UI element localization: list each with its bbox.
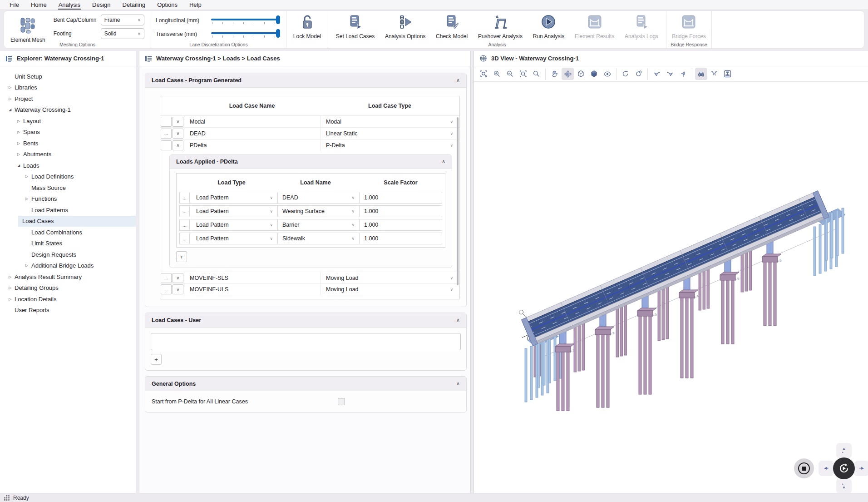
table-row-modal[interactable]: ∨ Modal Modal∨	[160, 115, 459, 127]
start-from-pdelta-checkbox[interactable]	[338, 398, 345, 405]
row-more-button[interactable]: ...	[180, 219, 190, 230]
nav-right-button[interactable]: ▪ ▶	[854, 461, 868, 476]
load-name-select[interactable]: DEAD∨	[278, 192, 360, 203]
load-case-type-select[interactable]: Moving Load∨	[320, 272, 459, 283]
load-name-select[interactable]: Sidewalk∨	[278, 233, 360, 244]
load-type-select[interactable]: Load Pattern∨	[192, 233, 278, 244]
row-expand-button[interactable]: ∨	[173, 273, 183, 283]
menu-help[interactable]: Help	[183, 1, 207, 9]
tree-item-spans[interactable]: ▷Spans	[0, 127, 136, 138]
load-case-name-cell[interactable]: DEAD	[184, 128, 320, 139]
tree-item-detailing-groups[interactable]: ▷Detailing Groups	[0, 283, 136, 294]
load-type-select[interactable]: Load Pattern∨	[192, 219, 278, 230]
transverse-slider[interactable]	[211, 29, 280, 39]
scale-factor-input[interactable]: 1.000	[360, 192, 442, 203]
tree-item-loads[interactable]: ◢Loads	[0, 160, 136, 171]
load-case-name-cell[interactable]: Modal	[184, 116, 320, 127]
tree-expander-icon[interactable]: ▷	[14, 119, 23, 123]
tree-expander-icon[interactable]: ▷	[5, 85, 15, 89]
load-case-type-select[interactable]: P-Delta∨	[320, 139, 459, 151]
program-generated-header[interactable]: Load Cases - Program Generated ∧	[145, 73, 466, 88]
view-direction-z-button[interactable]	[677, 68, 689, 80]
view-visibility-button[interactable]	[601, 68, 613, 80]
view-direction-x-button[interactable]	[651, 68, 663, 80]
row-more-button[interactable]: ...	[180, 192, 190, 203]
menu-design[interactable]: Design	[86, 1, 116, 9]
inspection-rig-button[interactable]	[721, 68, 734, 80]
tree-item-mass-source[interactable]: Mass Source	[0, 182, 136, 194]
slider-thumb[interactable]	[276, 15, 280, 24]
view-direction-y-button[interactable]	[664, 68, 676, 80]
view3d-canvas[interactable]: P-1 P-2 P-3 P-4 P-5 P-6	[474, 82, 868, 493]
collapse-icon[interactable]: ∧	[456, 77, 460, 83]
add-load-button[interactable]: +	[176, 251, 187, 262]
nav-left-button[interactable]: ◀ ▪	[819, 461, 834, 476]
longitudinal-slider[interactable]	[211, 15, 280, 25]
table-row-moveinf-sls[interactable]: ... ∨ MOVEINF-SLS Moving Load∨	[160, 272, 459, 283]
menu-file[interactable]: File	[4, 1, 25, 9]
collapse-icon[interactable]: ∧	[456, 317, 460, 323]
tree-item-design-requests[interactable]: Design Requests	[0, 249, 136, 260]
table-row-dead[interactable]: ... ∨ DEAD Linear Static∨	[160, 127, 459, 139]
loads-applied-header[interactable]: Loads Applied - PDelta ∧	[170, 155, 452, 169]
row-collapse-button[interactable]: ∧	[173, 140, 183, 150]
nav-rotate-button[interactable]	[833, 457, 855, 479]
tree-expander-icon[interactable]: ▷	[14, 152, 23, 156]
row-more-button[interactable]	[161, 140, 172, 150]
row-more-button[interactable]	[161, 117, 172, 127]
load-case-type-select[interactable]: Modal∨	[320, 116, 459, 127]
tree-expander-icon[interactable]: ◢	[5, 108, 15, 112]
load-case-type-select[interactable]: Linear Static∨	[320, 128, 459, 139]
table-row-moveinf-uls[interactable]: ... ∨ MOVEINF-ULS Moving Load∨	[160, 283, 459, 295]
tree-item-bents[interactable]: ▷Bents	[0, 138, 136, 149]
tree-item-location-details[interactable]: ▷Location Details	[0, 293, 136, 305]
orbit-button[interactable]	[562, 68, 574, 80]
nav-up-button[interactable]: ▲▪	[836, 443, 852, 458]
tree-item-unit-setup[interactable]: Unit Setup	[0, 71, 136, 82]
zoom-in-button[interactable]	[491, 68, 503, 80]
row-more-button[interactable]: ...	[161, 284, 172, 294]
drive-through-button[interactable]	[695, 68, 707, 80]
tree-item-additional-bridge-loads[interactable]: ▷Additional Bridge Loads	[0, 260, 136, 272]
tree-item-abutments[interactable]: ▷Abutments	[0, 149, 136, 160]
zoom-out-button[interactable]	[504, 68, 516, 80]
load-row-dead[interactable]: ... Load Pattern∨ DEAD∨ 1.000	[179, 192, 442, 204]
user-load-cases-header[interactable]: Load Cases - User ∧	[145, 313, 466, 328]
tree-item-analysis-result-summary[interactable]: ▷Analysis Result Summary	[0, 271, 136, 283]
load-type-select[interactable]: Load Pattern∨	[192, 192, 278, 203]
load-case-name-cell[interactable]: PDelta	[184, 139, 320, 151]
menu-analysis[interactable]: Analysis	[53, 1, 86, 9]
load-name-select[interactable]: Barrier∨	[278, 219, 360, 230]
tree-expander-icon[interactable]: ▷	[5, 297, 15, 301]
load-type-select[interactable]: Load Pattern∨	[192, 206, 278, 217]
tree-expander-icon[interactable]: ▷	[5, 275, 15, 279]
collapse-icon[interactable]: ∧	[456, 381, 460, 387]
rotate-snap-button[interactable]	[632, 68, 645, 80]
drone-view-button[interactable]	[708, 68, 720, 80]
row-more-button[interactable]: ...	[161, 129, 172, 139]
tree-item-load-patterns[interactable]: Load Patterns	[0, 204, 136, 216]
tree-expander-icon[interactable]: ▷	[22, 197, 31, 201]
load-row-sidewalk[interactable]: ... Load Pattern∨ Sidewalk∨ 1.000	[179, 233, 442, 244]
scale-factor-input[interactable]: 1.000	[360, 206, 442, 217]
scale-factor-input[interactable]: 1.000	[360, 219, 442, 230]
add-user-load-case-button[interactable]: +	[151, 354, 162, 365]
load-row-barrier[interactable]: ... Load Pattern∨ Barrier∨ 1.000	[179, 219, 442, 231]
row-expand-button[interactable]: ∨	[173, 284, 183, 294]
element-mesh-button[interactable]: Element Mesh	[8, 14, 48, 42]
general-options-header[interactable]: General Options ∧	[145, 377, 466, 391]
menu-options[interactable]: Options	[151, 1, 183, 9]
tree-item-libraries[interactable]: ▷Libraries	[0, 82, 136, 94]
tree-item-load-cases[interactable]: Load Cases	[18, 216, 136, 227]
load-case-name-cell[interactable]: MOVEINF-SLS	[184, 272, 320, 283]
table-scrollbar[interactable]	[457, 117, 459, 285]
row-more-button[interactable]: ...	[161, 273, 172, 283]
pan-button[interactable]	[548, 68, 561, 80]
load-case-type-select[interactable]: Moving Load∨	[320, 284, 459, 295]
tree-expander-icon[interactable]: ▷	[14, 130, 23, 134]
collapse-icon[interactable]: ∧	[442, 159, 445, 164]
tree-item-layout[interactable]: ▷Layout	[0, 115, 136, 127]
stop-navigation-button[interactable]	[794, 458, 814, 478]
tree-expander-icon[interactable]: ▷	[22, 263, 31, 268]
tree-item-functions[interactable]: ▷Functions	[0, 194, 136, 205]
